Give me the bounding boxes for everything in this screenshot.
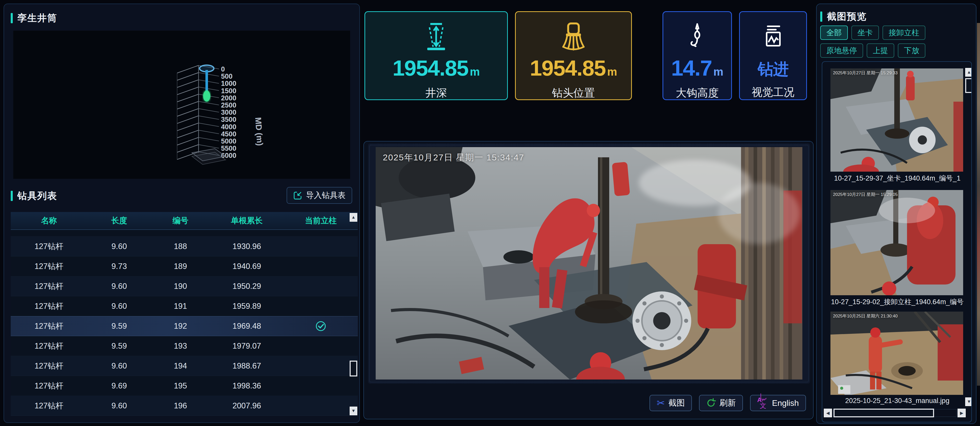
filter-hover-in-place[interactable]: 原地悬停	[820, 43, 863, 58]
preview-scroll-down-button[interactable]: ▼	[965, 397, 972, 406]
thumbnail-timestamp-overlay: 2025年10月27日 星期一 15:29:05	[833, 191, 897, 198]
wellbore-3d-view[interactable]: 0 500 1000 1500 2000 2500 3000 3500 4000…	[13, 31, 350, 179]
filter-stand-connect[interactable]: 接卸立柱	[883, 26, 925, 40]
table-body: 127钻杆9.601871921.36 127钻杆9.601881930.96 …	[11, 230, 358, 417]
well-bottom-box	[192, 148, 226, 164]
preview-section-title: 截图预览	[820, 10, 867, 23]
preview-filters: 全部 坐卡 接卸立柱 原地悬停 上提 下放	[820, 26, 967, 58]
svg-text:1000: 1000	[221, 80, 236, 87]
table-row[interactable]: 127钻杆9.591931979.07	[11, 336, 358, 356]
well-depth-card: 1954.85m 井深	[364, 11, 508, 100]
well-depth-unit: m	[470, 65, 480, 78]
video-timestamp-overlay: 2025年10月27日 星期一 15:34:47	[383, 152, 525, 163]
preview-scrollbar-thumb[interactable]	[965, 78, 972, 93]
depth-tick-labels: 0 500 1000 1500 2000 2500 3000 3500 4000…	[221, 65, 236, 160]
visual-condition-icon	[759, 21, 787, 53]
thumbnail-image	[830, 69, 963, 172]
import-drill-table-button[interactable]: 导入钻具表	[286, 187, 352, 204]
video-toolbar: ✂ 截图 刷新 A⌐乚文 English	[649, 395, 806, 411]
language-button-label: English	[772, 399, 799, 408]
hook-height-card: 14.7m 大钩高度	[662, 11, 732, 100]
preview-hscrollbar-thumb[interactable]	[834, 408, 934, 417]
md-axis-label: MD (m)	[253, 117, 265, 146]
panel-title: 孪生井筒	[18, 12, 57, 24]
import-button-label: 导入钻具表	[306, 190, 345, 201]
drill-bit-icon	[558, 21, 589, 52]
preview-scroll-left-button[interactable]: ◀	[824, 408, 832, 417]
thumbnail-timestamp-overlay: 2025年10月27日 星期一 15:29:33	[833, 70, 897, 76]
import-icon	[293, 191, 302, 200]
col-current-stand: 当前立柱	[284, 215, 358, 226]
filter-lower-down[interactable]: 下放	[898, 43, 925, 58]
screenshot-preview-panel: 截图预览 全部 坐卡 接卸立柱 原地悬停 上提 下放	[816, 3, 977, 424]
wellbore-section-title: 孪生井筒	[11, 12, 57, 24]
table-row[interactable]: 127钻杆9.601962007.96	[11, 396, 358, 416]
filter-slips-set[interactable]: 坐卡	[851, 26, 879, 40]
visual-condition-card: 钻进 视觉工况	[739, 11, 807, 100]
left-panel: 孪生井筒	[3, 3, 360, 423]
filter-hoist-up[interactable]: 上提	[867, 43, 894, 58]
bit-position-label: 钻头位置	[552, 86, 595, 100]
live-video-feed[interactable]: 2025年10月27日 星期一 15:34:47	[375, 147, 802, 380]
table-row[interactable]: 127钻杆9.601911959.89	[11, 296, 358, 316]
thumbnail-image	[830, 311, 963, 395]
hook-height-unit: m	[713, 65, 723, 78]
screenshot-thumbnail[interactable]: 2025年10月27日 星期一 15:29:33	[830, 69, 963, 172]
panel-title: 钻具列表	[18, 190, 57, 202]
depth-grid-lines	[177, 65, 199, 160]
drill-tool-table: 名称 长度 编号 单根累长 当前立柱 127钻杆9.601871921.36 1…	[11, 212, 358, 417]
bit-position-marker	[203, 90, 210, 102]
table-header: 名称 长度 编号 单根累长 当前立柱	[11, 212, 358, 230]
refresh-button-label: 刷新	[719, 397, 736, 408]
refresh-button[interactable]: 刷新	[699, 395, 743, 411]
preview-scroll-right-button[interactable]: ▶	[958, 408, 966, 417]
video-panel: 2025年10月27日 星期一 15:34:47 ✂ 截图 刷新 A⌐乚文 En…	[363, 141, 814, 420]
well-depth-value: 1954.85	[393, 56, 468, 81]
col-cumulative: 单根累长	[210, 215, 284, 226]
title-accent-bar	[11, 13, 13, 23]
thumbnail-caption: 10-27_15-29-02_接卸立柱_1940.64m_编号	[822, 297, 972, 306]
screenshot-button[interactable]: ✂ 截图	[649, 395, 692, 411]
svg-text:2500: 2500	[221, 101, 236, 109]
refresh-icon	[706, 398, 716, 408]
table-row[interactable]: 127钻杆9.601901950.29	[11, 276, 358, 296]
wellbore-3d-chart: 0 500 1000 1500 2000 2500 3000 3500 4000…	[13, 31, 350, 179]
language-button[interactable]: A⌐乚文 English	[750, 395, 806, 411]
table-row[interactable]: 127钻杆9.601881930.96	[11, 236, 358, 257]
visual-condition-value: 钻进	[758, 59, 788, 80]
svg-text:1500: 1500	[221, 87, 236, 95]
scissors-icon: ✂	[657, 397, 665, 408]
table-row[interactable]: 127钻杆9.731891940.69	[11, 257, 358, 276]
panel-title: 截图预览	[827, 10, 867, 23]
thumbnail-caption: 2025-10-25_21-30-43_manual.jpg	[822, 397, 972, 405]
screenshot-button-label: 截图	[668, 397, 685, 408]
table-row[interactable]: 127钻杆9.601871921.36	[11, 230, 358, 236]
col-name: 名称	[11, 215, 87, 226]
hook-icon	[683, 21, 711, 52]
screenshot-thumbnail[interactable]: 2025年10月25日 星期六 21:30:40	[830, 311, 963, 395]
svg-text:4500: 4500	[221, 130, 236, 138]
thumbnail-timestamp-overlay: 2025年10月25日 星期六 21:30:40	[833, 313, 897, 319]
table-row[interactable]: 127钻杆9.601941988.67	[11, 356, 358, 376]
svg-text:3500: 3500	[221, 116, 236, 123]
table-scrollbar-thumb[interactable]	[350, 361, 357, 377]
video-frame: 2025年10月27日 星期一 15:34:47	[368, 144, 810, 384]
thumbnail-image	[830, 190, 963, 295]
table-row[interactable]: 127钻杆9.691951998.36	[11, 376, 358, 396]
tick-connectors	[199, 65, 219, 155]
table-scroll-up-button[interactable]: ▲	[350, 213, 357, 222]
screenshot-thumbnail[interactable]: 2025年10月27日 星期一 15:29:05	[830, 190, 963, 295]
translate-icon: A⌐乚文	[757, 397, 768, 408]
table-row-current-stand[interactable]: 127钻杆9.591921969.48	[11, 316, 358, 336]
col-length: 长度	[87, 215, 151, 226]
table-scroll-down-button[interactable]: ▼	[350, 407, 357, 415]
drilling-dashboard: 孪生井筒	[0, 0, 980, 426]
col-number: 编号	[151, 215, 210, 226]
svg-text:4000: 4000	[221, 123, 236, 131]
filter-all[interactable]: 全部	[820, 26, 848, 40]
svg-text:2000: 2000	[221, 94, 236, 102]
visual-condition-label: 视觉工况	[752, 85, 794, 99]
drill-list-section-title: 钻具列表	[11, 190, 57, 202]
svg-text:5000: 5000	[221, 137, 236, 145]
preview-scroll-up-button[interactable]: ▲	[965, 68, 972, 77]
